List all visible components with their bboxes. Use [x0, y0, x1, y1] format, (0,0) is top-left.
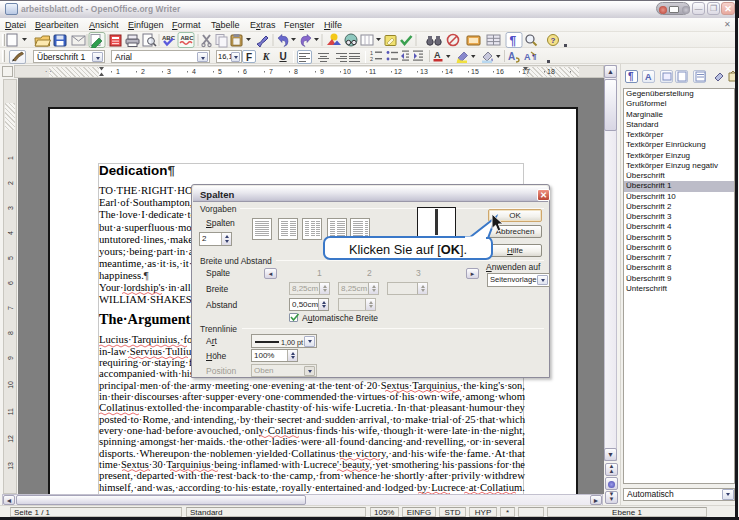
svg-text:present,·departed·with·the·res: present,·departed·with·the·rest·back·to·… [99, 469, 525, 481]
svg-text:A: A [645, 72, 652, 82]
svg-text:Collatinus·extolled·the·incomp: Collatinus·extolled·the·incomparable·cha… [99, 401, 526, 413]
svg-text:every·one·had·before·avouched,: every·one·had·before·avouched,·only·Coll… [99, 424, 525, 436]
svg-text:The·Argument¶: The·Argument¶ [99, 311, 198, 327]
svg-text:time·Sextus·30·Tarquinius·bein: time·Sextus·30·Tarquinius·being·inflamed… [99, 458, 525, 470]
svg-text:principal·men·of·the·army·meet: principal·men·of·the·army·meeting·one·ev… [99, 379, 525, 391]
svg-text:in·their·discourses·after·supp: in·their·discourses·after·supper·every·o… [99, 390, 526, 402]
svg-text:spinning·amongst·her·maids.·th: spinning·amongst·her·maids.·the·other·la… [99, 435, 525, 447]
svg-text:Dedication¶: Dedication¶ [99, 163, 175, 178]
svg-text:happiness.¶: happiness.¶ [99, 269, 149, 281]
svg-text:¶: ¶ [628, 71, 634, 82]
svg-text:disports.·Whereupon·the·noblem: disports.·Whereupon·the·noblemen·yielded… [99, 447, 525, 459]
svg-text:himself,·and·was,·according·to: himself,·and·was,·according·to·his·estat… [99, 481, 525, 493]
svg-text:posted·to·Rome,·and·intending,: posted·to·Rome,·and·intending,·by·their·… [99, 413, 526, 425]
